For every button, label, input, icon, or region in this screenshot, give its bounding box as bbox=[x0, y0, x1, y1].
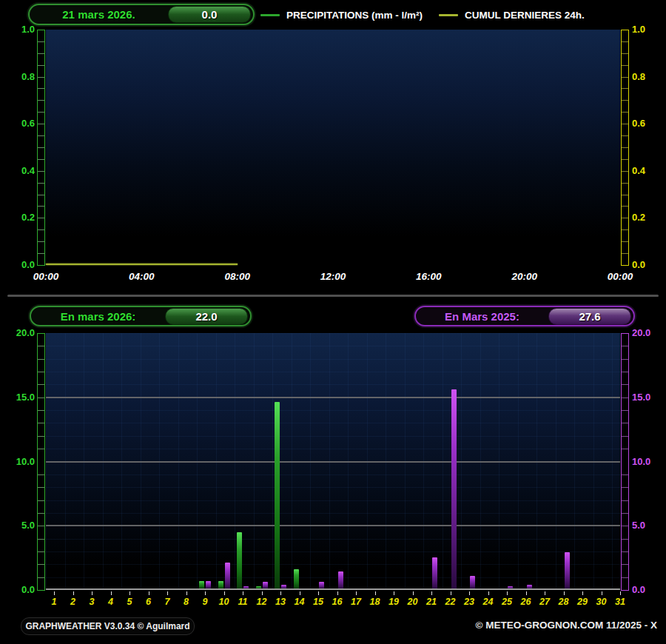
day-label-16: 16 bbox=[328, 597, 347, 607]
day-label-1: 1 bbox=[44, 597, 64, 607]
y-axis-tick-label: 0.4 bbox=[1, 165, 35, 176]
bottom-chart-left-axis bbox=[37, 333, 45, 591]
gridline-10 bbox=[46, 461, 620, 463]
y-axis-tick-label: 0.0 bbox=[632, 259, 666, 270]
bar-2025-day-23 bbox=[470, 576, 475, 588]
y-axis-tick-label: 15.0 bbox=[632, 392, 666, 403]
bar-2026-day-13 bbox=[275, 402, 280, 588]
x-axis-tick-label: 00:00 bbox=[22, 271, 70, 282]
y-axis-tick-label: 1.0 bbox=[632, 24, 666, 35]
bottom-chart-baseline bbox=[46, 588, 620, 590]
y-axis-tick-label: 15.0 bbox=[1, 392, 35, 403]
date-pill: 21 mars 2026. 0.0 bbox=[28, 4, 255, 25]
bar-2025-day-25 bbox=[508, 586, 513, 588]
bar-2025-day-13 bbox=[281, 585, 286, 588]
graphweather-window: { "app": { "footer_left": "GRAPHWEATHER … bbox=[0, 0, 666, 644]
bar-2025-day-28 bbox=[565, 552, 570, 588]
site-credit: © METEO-GROGNON.COM 11/2025 - X bbox=[476, 620, 658, 631]
day-tick bbox=[602, 591, 602, 595]
bar-2026-day-10 bbox=[218, 581, 223, 588]
day-tick bbox=[564, 591, 565, 595]
y-axis-tick-label: 0.0 bbox=[1, 259, 35, 270]
cumul-line bbox=[46, 264, 238, 265]
y-axis-tick-label: 0.6 bbox=[1, 118, 35, 129]
month-2025-value: 27.6 bbox=[548, 308, 631, 325]
day-tick bbox=[149, 591, 149, 595]
x-axis-tick-label: 12:00 bbox=[309, 271, 357, 282]
legend-swatch bbox=[439, 14, 458, 16]
month-2026-label: En mars 2026: bbox=[31, 310, 165, 323]
day-tick bbox=[73, 591, 74, 595]
bar-2025-day-21 bbox=[432, 557, 437, 588]
day-tick bbox=[526, 591, 527, 595]
gridline-5 bbox=[46, 525, 620, 526]
x-axis-tick-label: 00:00 bbox=[596, 271, 644, 282]
day-label-9: 9 bbox=[195, 597, 215, 607]
day-tick bbox=[280, 591, 281, 595]
day-tick bbox=[394, 591, 394, 595]
day-tick bbox=[186, 591, 187, 595]
day-tick bbox=[54, 591, 55, 595]
day-label-18: 18 bbox=[366, 597, 385, 607]
day-label-20: 20 bbox=[403, 597, 423, 607]
y-axis-tick-label: 0.0 bbox=[1, 584, 35, 595]
day-tick bbox=[582, 591, 583, 595]
gridline-15 bbox=[46, 397, 620, 398]
day-tick bbox=[413, 591, 414, 595]
day-tick bbox=[224, 591, 225, 595]
month-2025-pill: En Mars 2025: 27.6 bbox=[414, 306, 635, 326]
day-label-17: 17 bbox=[346, 597, 366, 607]
legend-label: PRECIPITATIONS (mm - l/m²) bbox=[286, 10, 423, 21]
y-axis-tick-label: 10.0 bbox=[1, 456, 35, 467]
bottom-chart-right-axis bbox=[621, 333, 629, 591]
x-axis-tick-label: 16:00 bbox=[405, 271, 452, 282]
day-label-3: 3 bbox=[82, 597, 101, 607]
bottom-chart-plot bbox=[46, 333, 620, 590]
day-tick bbox=[130, 591, 130, 595]
bar-2025-day-16 bbox=[338, 571, 343, 588]
y-axis-tick-label: 10.0 bbox=[632, 456, 666, 467]
day-label-11: 11 bbox=[233, 597, 252, 607]
x-axis-tick-label: 20:00 bbox=[501, 271, 548, 282]
day-tick bbox=[92, 591, 92, 595]
day-label-31: 31 bbox=[610, 597, 630, 607]
day-tick bbox=[262, 591, 263, 595]
day-tick bbox=[431, 591, 432, 595]
x-axis-tick-label: 08:00 bbox=[214, 271, 261, 282]
day-tick bbox=[469, 591, 470, 595]
top-chart-right-axis bbox=[621, 30, 629, 266]
chart-divider bbox=[7, 295, 659, 297]
y-axis-tick-label: 0.4 bbox=[632, 165, 666, 176]
day-tick bbox=[318, 591, 319, 595]
day-label-30: 30 bbox=[592, 597, 611, 607]
day-label-6: 6 bbox=[139, 597, 158, 607]
day-label-8: 8 bbox=[177, 597, 196, 607]
day-tick bbox=[620, 591, 621, 595]
day-label-2: 2 bbox=[64, 597, 83, 607]
bar-2025-day-11 bbox=[243, 586, 249, 588]
bar-2025-day-22 bbox=[451, 389, 457, 588]
date-value: 0.0 bbox=[168, 6, 251, 23]
bar-2026-day-11 bbox=[237, 532, 242, 588]
day-label-12: 12 bbox=[252, 597, 272, 607]
y-axis-tick-label: 0.2 bbox=[632, 212, 666, 223]
day-label-28: 28 bbox=[554, 597, 574, 607]
bar-2026-day-14 bbox=[294, 569, 299, 588]
day-tick bbox=[451, 591, 451, 595]
day-label-21: 21 bbox=[422, 597, 441, 607]
legend: PRECIPITATIONS (mm - l/m²)CUMUL DERNIERE… bbox=[260, 7, 601, 22]
bar-2025-day-12 bbox=[263, 582, 268, 588]
day-label-15: 15 bbox=[309, 597, 328, 607]
day-tick bbox=[167, 591, 168, 595]
day-tick bbox=[507, 591, 508, 595]
day-tick bbox=[545, 591, 545, 595]
day-tick bbox=[300, 591, 300, 595]
bar-2025-day-9 bbox=[206, 581, 211, 588]
top-chart-left-axis bbox=[37, 30, 45, 266]
app-credit: GRAPHWEATHER V3.0.34 © Aguilmard bbox=[21, 617, 195, 635]
day-tick bbox=[375, 591, 376, 595]
day-tick bbox=[337, 591, 338, 595]
day-label-23: 23 bbox=[460, 597, 479, 607]
bar-2026-day-12 bbox=[256, 586, 261, 588]
y-axis-tick-label: 0.0 bbox=[632, 584, 666, 595]
